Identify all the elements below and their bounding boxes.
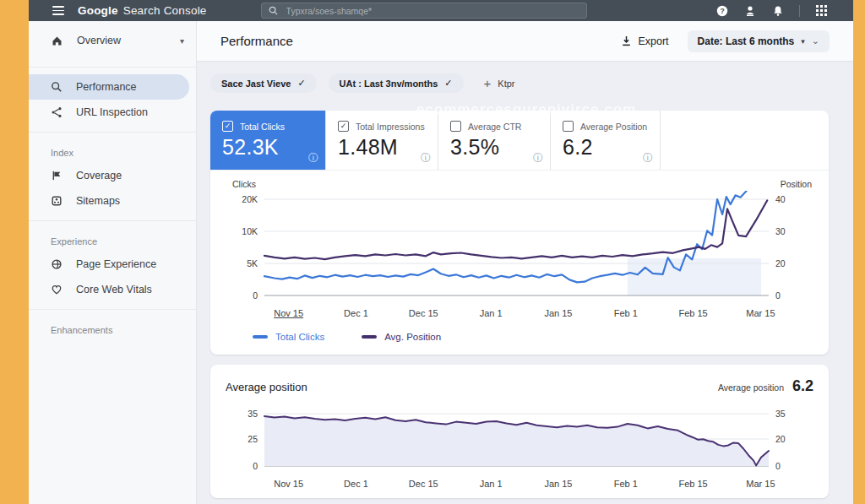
metric-label: Average CTR	[468, 122, 521, 132]
x-tick-label: Feb 15	[678, 479, 707, 489]
svg-text:20K: 20K	[242, 194, 258, 204]
topbar-divider	[799, 5, 800, 17]
summary-value: 6.2	[792, 377, 813, 395]
x-tick-label: Dec 15	[409, 479, 438, 489]
notifications-bell-icon[interactable]	[771, 4, 784, 17]
x-tick-label: Dec 15	[409, 308, 438, 318]
hamburger-menu-icon[interactable]	[52, 6, 64, 14]
home-icon	[51, 35, 63, 47]
x-tick-label: Jan 1	[480, 308, 503, 318]
metric-tile-average-ctr[interactable]: Average CTR 3.5% ⓘ	[438, 111, 551, 170]
sidebar-item-page-experience[interactable]: Page Experience	[29, 252, 196, 277]
svg-text:0: 0	[775, 461, 781, 471]
add-filter-label: Ktpr	[498, 79, 514, 89]
legend-item-avg-position[interactable]: Avg. Position	[362, 332, 441, 342]
clicks-position-chart: Clicks Position 20K4010K305K2000 Nov 15D…	[210, 171, 829, 342]
sidebar-item-sitemaps[interactable]: Sitemaps	[29, 188, 196, 214]
series-line	[264, 201, 767, 260]
topbar-search-box[interactable]	[261, 3, 587, 19]
checkbox-icon[interactable]: ✓	[222, 121, 233, 132]
date-range-label: Date: Last 6 months	[698, 35, 795, 47]
search-input[interactable]	[285, 5, 579, 17]
metric-tile-average-position[interactable]: Average Position 6.2 ⓘ	[551, 111, 661, 170]
chart-plot-area: 20K4010K305K2000	[224, 191, 815, 304]
sidebar-item-label: Page Experience	[76, 258, 184, 270]
filter-chip-date[interactable]: UAt : Last 3nv/months ✓	[329, 73, 464, 93]
main-content: Performance Export Date: Last 6 months ▾…	[197, 21, 853, 504]
x-tick-label: Feb 1	[614, 479, 638, 489]
sidebar-item-performance[interactable]: Performance	[29, 74, 189, 100]
svg-text:20: 20	[775, 258, 786, 268]
metric-label: Average Position	[580, 122, 647, 132]
checkbox-icon[interactable]	[563, 121, 574, 132]
svg-text:0: 0	[253, 461, 258, 471]
sidebar-divider	[29, 67, 196, 68]
search-icon	[269, 6, 278, 15]
checkbox-icon[interactable]: ✓	[338, 121, 349, 132]
card-title: Average position	[226, 381, 307, 393]
metric-tiles: ✓ Total Clicks 52.3K ⓘ ✓ Total Impressio…	[210, 111, 829, 171]
sidebar-item-core-web-vitals[interactable]: Core Web Vitals	[29, 277, 196, 302]
summary-label: Average position	[718, 382, 784, 393]
apps-grid-icon[interactable]	[815, 4, 828, 17]
chevron-down-icon[interactable]: ▾	[180, 36, 184, 46]
sidebar-item-label: Performance	[76, 81, 177, 93]
legend-swatch	[253, 335, 268, 339]
info-icon[interactable]: ⓘ	[643, 151, 653, 165]
page-title: Performance	[220, 34, 293, 48]
metric-value: 1.48M	[338, 135, 429, 160]
sidebar-item-coverage[interactable]: Coverage	[29, 163, 196, 188]
metric-tile-total-impressions[interactable]: ✓ Total Impressions 1.48M ⓘ	[326, 111, 438, 170]
x-axis-labels: Nov 15Dec 1Dec 15Jan 1Jan 15Feb 1Feb 15M…	[224, 477, 815, 492]
app-window: Google Search Console ?	[0, 0, 865, 504]
sidebar-section-enhancements: Enhancements	[29, 317, 196, 340]
download-icon	[621, 35, 632, 47]
check-icon: ✓	[444, 78, 452, 89]
svg-text:35: 35	[248, 409, 258, 419]
legend-label: Avg. Position	[384, 332, 441, 342]
core-web-vitals-icon	[51, 284, 63, 295]
svg-text:?: ?	[720, 7, 724, 15]
add-filter-button[interactable]: + Ktpr	[484, 76, 515, 90]
decorative-left-border	[0, 0, 29, 504]
google-logo-text: Google	[78, 4, 118, 17]
metric-value: 3.5%	[450, 135, 541, 160]
sidebar-item-overview[interactable]: Overview ▾	[29, 21, 196, 60]
svg-text:40: 40	[775, 194, 786, 204]
filter-chip-search-type[interactable]: Sace Jast Vieve ✓	[210, 73, 317, 93]
export-button[interactable]: Export	[621, 35, 668, 47]
chart-plot-area: 3535252000	[224, 404, 815, 474]
product-name: Search Console	[123, 4, 207, 17]
svg-text:30: 30	[775, 226, 786, 236]
average-position-chart: 3535252000 Nov 15Dec 1Dec 15Jan 1Jan 15F…	[210, 395, 829, 492]
date-range-dropdown[interactable]: Date: Last 6 months ▾ ⌄	[688, 30, 830, 52]
legend-item-total-clicks[interactable]: Total Clicks	[253, 332, 324, 342]
sidebar-item-label: URL Inspection	[76, 106, 184, 118]
sidebar-item-url-inspection[interactable]: URL Inspection	[29, 100, 196, 125]
checkbox-icon[interactable]	[450, 121, 461, 132]
sidebar-section-index: Index	[29, 139, 196, 163]
info-icon[interactable]: ⓘ	[308, 151, 318, 165]
x-tick-label: Mar 15	[746, 308, 775, 318]
right-axis-title: Position	[781, 179, 812, 189]
info-icon[interactable]: ⓘ	[533, 151, 543, 165]
filter-chip-label: Sace Jast Vieve	[221, 79, 291, 89]
sidebar-item-label: Overview	[77, 35, 166, 46]
svg-text:0: 0	[253, 290, 258, 301]
metric-tile-total-clicks[interactable]: ✓ Total Clicks 52.3K ⓘ	[210, 111, 326, 170]
x-tick-label: Dec 1	[344, 479, 368, 489]
x-tick-label: Jan 1	[480, 479, 503, 489]
x-tick-label: Nov 15	[274, 479, 303, 489]
account-icon[interactable]	[743, 4, 756, 17]
help-icon[interactable]: ?	[715, 4, 728, 17]
x-tick-label: Nov 15	[274, 308, 303, 318]
x-tick-label: Mar 15	[746, 479, 775, 489]
metric-value: 52.3K	[222, 135, 317, 160]
info-icon[interactable]: ⓘ	[421, 151, 431, 165]
caret-down-icon: ▾	[801, 37, 805, 46]
metric-label: Total Clicks	[240, 122, 285, 132]
sidebar-divider	[29, 309, 196, 310]
performance-card: ✓ Total Clicks 52.3K ⓘ ✓ Total Impressio…	[210, 111, 829, 355]
decorative-right-border	[853, 0, 865, 504]
legend-label: Total Clicks	[275, 332, 324, 342]
